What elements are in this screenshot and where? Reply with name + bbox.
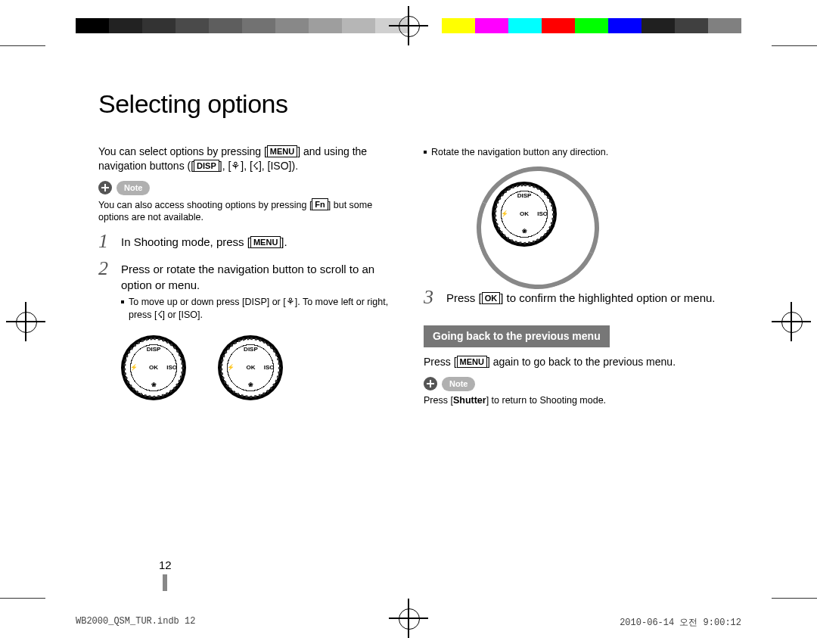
step-number: 1 [98, 232, 121, 251]
rotate-instruction: Rotate the navigation button any directi… [424, 146, 719, 159]
plus-icon [98, 181, 112, 194]
step-3-text: Press [OK] to confirm the highlighted op… [446, 288, 719, 307]
registration-mark [776, 306, 806, 337]
footer-filename: WB2000_QSM_TUR.indb 12 [76, 616, 195, 629]
menu-key-icon: MENU [267, 145, 297, 157]
section-subheading: Going back to the previous menu [424, 325, 610, 347]
note-text: You can also access shooting options by … [98, 198, 393, 225]
plus-icon [424, 377, 437, 390]
navigation-dial-icon: DISPOK❀ ⚡ISO [218, 335, 283, 400]
menu-key-icon: MENU [250, 236, 281, 248]
rotate-dial-illustration: DISPOK❀ ⚡ISO [469, 166, 605, 280]
fn-key-icon: Fn [312, 198, 328, 210]
page-number: 12 [159, 558, 172, 591]
menu-key-icon: MENU [457, 356, 487, 368]
disp-key-icon: DISP [194, 160, 219, 172]
navigation-dial-icon: DISPOK❀ ⚡ISO [121, 335, 186, 400]
registration-mark [11, 306, 41, 337]
page-number-bar [163, 574, 167, 591]
footer-timestamp: 2010-06-14 오전 9:00:12 [620, 616, 741, 629]
note-badge: Note [116, 181, 150, 195]
registration-mark [393, 11, 424, 41]
step-number: 3 [424, 288, 446, 307]
crop-mark [0, 598, 45, 599]
step-2-text: Press or rotate the navigation button to… [121, 259, 393, 293]
page-title: Selecting options [98, 87, 393, 122]
step-2-subtext: To move up or down press [DISP] or [⚘]. … [121, 296, 393, 322]
navigation-dial-icon: DISPOK❀ ⚡ISO [492, 182, 557, 247]
note-badge: Note [442, 377, 475, 391]
intro-text: You can select options by pressing [MENU… [98, 145, 393, 173]
back-text: Press [MENU] again to go back to the pre… [424, 355, 719, 369]
crop-mark [0, 45, 45, 46]
crop-mark [772, 598, 817, 599]
crop-mark [772, 45, 817, 46]
step-number: 2 [98, 259, 121, 293]
ok-key-icon: OK [482, 292, 501, 304]
note-2-text: Press [Shutter] to return to Shooting mo… [424, 394, 719, 407]
dial-illustration-pair: DISPOK❀ ⚡ISO DISPOK❀ ⚡ISO [98, 329, 393, 405]
step-1-text: In Shooting mode, press [MENU]. [121, 232, 393, 251]
